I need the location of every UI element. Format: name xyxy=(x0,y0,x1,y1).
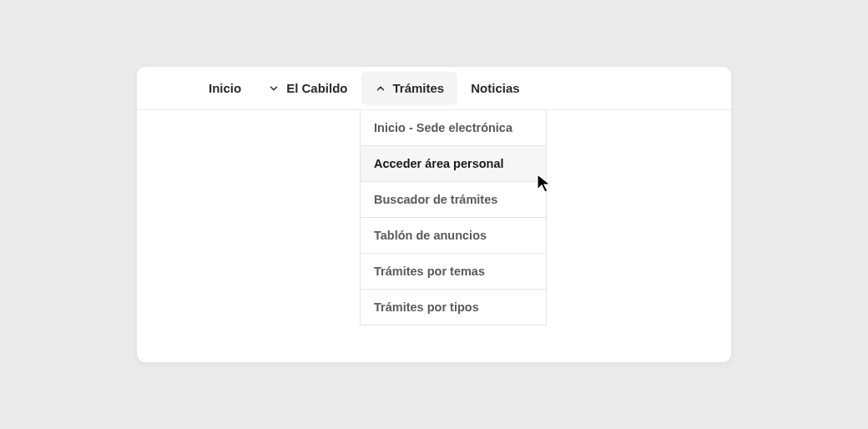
nav-item-tramites[interactable]: Trámites xyxy=(361,72,458,105)
nav-label: Noticias xyxy=(471,81,519,95)
dropdown-label: Inicio - Sede electrónica xyxy=(374,121,512,134)
dropdown-item-acceder-area-personal[interactable]: Acceder área personal xyxy=(361,146,546,182)
nav-label: Trámites xyxy=(393,81,445,95)
dropdown-item-tramites-temas[interactable]: Trámites por temas xyxy=(361,254,546,290)
chevron-down-icon xyxy=(268,83,280,94)
dropdown-label: Acceder área personal xyxy=(374,157,504,170)
dropdown-label: Tablón de anuncios xyxy=(374,229,487,242)
nav-item-inicio[interactable]: Inicio xyxy=(195,72,255,105)
chevron-up-icon xyxy=(375,83,386,94)
nav-label: El Cabildo xyxy=(286,81,347,95)
dropdown-item-buscador-tramites[interactable]: Buscador de trámites xyxy=(361,182,546,218)
nav-item-noticias[interactable]: Noticias xyxy=(457,72,532,105)
dropdown-label: Trámites por tipos xyxy=(374,300,479,314)
dropdown-label: Buscador de trámites xyxy=(374,193,497,206)
dropdown-item-tablon-anuncios[interactable]: Tablón de anuncios xyxy=(361,218,546,254)
dropdown-menu: Inicio - Sede electrónica Acceder área p… xyxy=(360,110,547,326)
nav-label: Inicio xyxy=(209,81,241,95)
nav-item-el-cabildo[interactable]: El Cabildo xyxy=(255,72,361,105)
dropdown-label: Trámites por temas xyxy=(374,265,485,278)
navbar: Inicio El Cabildo Trámites Noticias xyxy=(137,67,731,110)
dropdown-item-inicio-sede[interactable]: Inicio - Sede electrónica xyxy=(361,110,546,146)
dropdown-item-tramites-tipos[interactable]: Trámites por tipos xyxy=(361,290,546,325)
